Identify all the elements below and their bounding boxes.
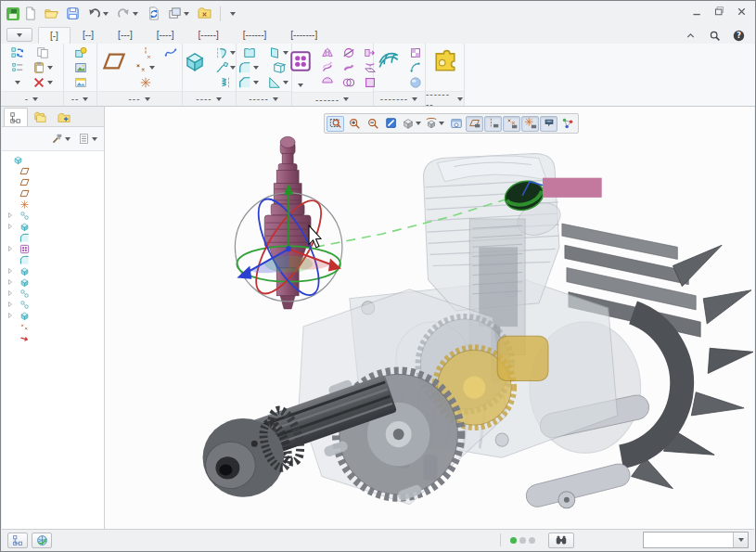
search-combobox[interactable]	[643, 532, 749, 548]
trim-button[interactable]	[340, 45, 358, 59]
zoom-in-button[interactable]	[345, 116, 363, 132]
fill-surface-button[interactable]	[406, 45, 425, 59]
model-tree-tab[interactable]	[4, 108, 28, 126]
tree-item-17-insert-arrow[interactable]	[2, 332, 104, 343]
zoom-out-button[interactable]	[364, 116, 381, 132]
ribbon-tab-2[interactable]: [--]	[70, 26, 106, 44]
expand-icon[interactable]	[6, 245, 14, 252]
ribbon-tab-1[interactable]: [-]	[38, 27, 70, 45]
tree-item-5-datum-csys[interactable]	[2, 199, 104, 210]
minimize-button[interactable]	[689, 4, 705, 19]
view-manager-button[interactable]	[447, 116, 465, 132]
ribbon-group-label[interactable]: ------	[292, 92, 373, 106]
hole-button[interactable]	[240, 45, 259, 59]
sphere-button[interactable]	[406, 75, 425, 89]
tree-item-11-extrude[interactable]	[2, 265, 104, 276]
tree-item-9-pattern[interactable]	[2, 243, 104, 254]
offset-button[interactable]	[318, 60, 337, 74]
tree-item-15-extrude[interactable]	[2, 310, 104, 321]
ribbon-group-label[interactable]: -	[1, 91, 63, 106]
find-in-model-button[interactable]	[548, 533, 574, 548]
refit-button[interactable]	[327, 116, 344, 132]
tree-item-10-round[interactable]	[2, 254, 104, 265]
tree-item-7-extrude[interactable]	[2, 221, 104, 232]
tree-item-13-sketch[interactable]	[2, 288, 104, 299]
component-interface-button[interactable]	[430, 45, 460, 77]
tree-settings-button[interactable]	[49, 131, 73, 147]
folder-browser-tab[interactable]	[28, 108, 52, 126]
combobox-drop-button[interactable]	[733, 533, 748, 547]
ribbon-group-label[interactable]: -------	[374, 91, 425, 106]
round-button[interactable]	[236, 60, 263, 74]
spin-center-button[interactable]	[558, 116, 576, 132]
new-button[interactable]	[20, 5, 40, 22]
feature-list-button[interactable]	[8, 60, 27, 74]
boundary-blend-button[interactable]	[374, 45, 404, 77]
favorites-tab[interactable]	[52, 108, 76, 126]
repaint-button[interactable]	[382, 116, 400, 132]
tree-item-12-extrude[interactable]	[2, 276, 104, 288]
expand-icon[interactable]	[6, 212, 14, 219]
chamfer-button[interactable]	[236, 75, 263, 89]
tree-item-14-sketch[interactable]	[2, 299, 104, 310]
maximize-button[interactable]	[711, 4, 727, 19]
group-expand-button[interactable]	[294, 78, 307, 92]
datum-curve-button[interactable]	[161, 45, 180, 59]
ribbon-group-label[interactable]: --------	[426, 91, 464, 106]
command-search-button[interactable]	[706, 28, 724, 44]
tree-item-6-sketch[interactable]	[2, 210, 104, 221]
tree-item-4-datum-plane[interactable]	[2, 187, 104, 199]
csys-display-button[interactable]	[521, 116, 539, 132]
import-geom-button[interactable]	[71, 60, 90, 74]
image-button[interactable]	[71, 75, 90, 89]
expand-icon[interactable]	[6, 312, 14, 319]
web-browser-toggle-button[interactable]	[32, 533, 52, 548]
tree-item-2-datum-plane[interactable]	[2, 165, 104, 176]
help-button[interactable]: ?	[730, 28, 748, 44]
mirror-button[interactable]	[318, 45, 337, 59]
display-style-button[interactable]	[401, 116, 423, 132]
saved-orientations-button[interactable]	[424, 116, 446, 132]
group-expand-button[interactable]	[11, 75, 24, 89]
ribbon-group-label[interactable]: ---	[97, 91, 182, 106]
undo-button[interactable]	[84, 5, 112, 22]
ribbon-group-label[interactable]: ----	[183, 91, 236, 106]
open-button[interactable]	[42, 5, 61, 22]
ribbon-tab-7[interactable]: [-------]	[278, 26, 329, 44]
axis-display-button[interactable]	[484, 116, 502, 132]
datum-axis-button[interactable]	[136, 45, 155, 59]
plane-display-button[interactable]	[466, 116, 483, 132]
ribbon-tab-4[interactable]: [----]	[145, 26, 186, 44]
show-columns-button[interactable]	[76, 131, 100, 147]
close-button[interactable]	[734, 4, 750, 19]
dragged-component[interactable]	[264, 136, 311, 309]
copy-button[interactable]	[33, 45, 52, 59]
model-tree-toggle-button[interactable]	[7, 533, 28, 548]
redo-button[interactable]	[114, 5, 142, 22]
expand-icon[interactable]	[6, 223, 14, 230]
expand-icon[interactable]	[6, 289, 14, 297]
collapse-ribbon-button[interactable]	[682, 28, 699, 44]
datum-csys-button[interactable]	[136, 75, 155, 89]
tree-item-1-part[interactable]	[2, 154, 104, 165]
thicken-button[interactable]	[340, 60, 358, 74]
ribbon-group-label[interactable]: --	[64, 91, 96, 106]
regenerate-lg-button[interactable]	[8, 45, 27, 59]
annotation-display-button[interactable]	[540, 116, 557, 132]
merge-button[interactable]	[318, 75, 337, 89]
point-display-button[interactable]	[503, 116, 520, 132]
save-button[interactable]	[63, 5, 83, 22]
tab-overflow-button[interactable]	[6, 28, 32, 42]
ribbon-group-label[interactable]: -----	[237, 91, 291, 106]
regenerate-button[interactable]	[144, 5, 163, 22]
graphics-area[interactable]	[105, 107, 754, 530]
pattern-button[interactable]	[286, 45, 315, 77]
extrude-button[interactable]	[180, 45, 210, 77]
ribbon-tab-3[interactable]: [---]	[106, 26, 145, 44]
style-arc-button[interactable]	[406, 60, 425, 74]
tree-item-3-datum-plane[interactable]	[2, 176, 104, 187]
ribbon-tab-5[interactable]: [-----]	[186, 26, 231, 44]
datum-plane-button[interactable]	[99, 45, 129, 77]
paste-button[interactable]	[30, 60, 57, 74]
expand-icon[interactable]	[6, 301, 14, 308]
